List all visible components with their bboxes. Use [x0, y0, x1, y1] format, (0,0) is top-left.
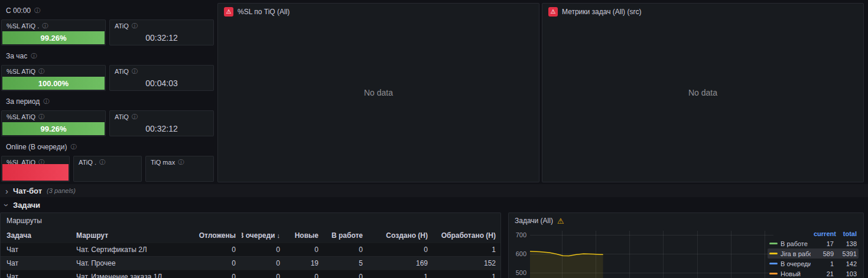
chevron-down-icon: ›	[2, 204, 11, 207]
legend-column-header[interactable]: total	[837, 230, 857, 237]
stat-panel-title: ATiQ	[115, 68, 129, 75]
panel-title: Метрики задач (All) (src)	[562, 8, 641, 16]
panel-header[interactable]: Маршруты	[1, 213, 500, 228]
column-header[interactable]: Создано (Н)	[369, 231, 434, 240]
column-header[interactable]: В очереди↓	[242, 231, 286, 240]
legend-current-value: 17	[814, 240, 834, 247]
stat-value	[2, 164, 69, 181]
table-cell: 1	[434, 246, 502, 254]
legend-current-value: 21	[814, 270, 834, 277]
stat-panel: ATiQⓘ00:32:12	[109, 110, 214, 136]
column-header[interactable]: Новые	[286, 231, 324, 240]
stat-panel-header[interactable]: ATiQ .ⓘ	[74, 156, 141, 166]
table-cell: Чат	[1, 259, 70, 267]
stat-row: %SL ATiQ .ⓘ99.26%ATiQⓘ00:32:12	[1, 19, 214, 45]
panel-task-metrics: ⚠ Метрики задач (All) (src) No data	[542, 3, 864, 182]
stat-panel-title: ATiQ	[115, 22, 129, 30]
alert-icon: ⚠	[224, 7, 233, 17]
table-header-row: ЗадачаМаршрутОтложеныВ очереди↓НовыеВ ра…	[1, 228, 500, 243]
series-area	[530, 251, 603, 278]
column-label: Маршрут	[76, 231, 108, 240]
stat-row: %SL ATiQⓘATiQ .ⓘTiQ maxⓘ	[1, 156, 214, 182]
legend-item[interactable]: В очереди1142	[768, 259, 859, 269]
stat-value: 100.00%	[2, 77, 105, 90]
column-header[interactable]: Маршрут	[70, 231, 191, 240]
stat-section-label: За период	[6, 97, 40, 106]
stat-panel-header[interactable]: ATiQⓘ	[110, 66, 213, 75]
info-icon[interactable]: ⓘ	[42, 23, 48, 29]
stat-panel-header[interactable]: %SL ATiQⓘ	[2, 66, 105, 75]
column-header[interactable]: Отложены	[191, 231, 242, 240]
stat-section-header: Online (В очереди)ⓘ	[1, 142, 216, 152]
stat-value	[74, 168, 141, 181]
panel-sl-tiq: ⚠ %SL по TiQ (All) No data	[217, 3, 539, 182]
table-cell: 0	[324, 246, 369, 254]
info-icon[interactable]: ⓘ	[132, 68, 138, 74]
stat-panel-header[interactable]: TiQ maxⓘ	[146, 156, 213, 166]
y-tick-label: 600	[512, 250, 526, 257]
legend-column-header[interactable]: current	[814, 230, 834, 237]
panel-header[interactable]: ⚠ Метрики задач (All) (src)	[542, 4, 863, 20]
legend-item[interactable]: Jira в работе5895391	[768, 248, 859, 259]
panel-title: Маршруты	[6, 217, 42, 225]
stat-panel: TiQ maxⓘ	[145, 156, 214, 182]
info-icon[interactable]: ⓘ	[38, 114, 44, 120]
legend-total-value: 5391	[837, 250, 857, 257]
table-cell: 169	[369, 259, 434, 267]
info-icon[interactable]: ⓘ	[70, 144, 76, 150]
y-tick-label: 700	[512, 231, 526, 238]
stat-panel: ATiQ .ⓘ	[73, 156, 142, 182]
table-row[interactable]: ЧатЧат. Изменение заказа 1Л000011	[1, 270, 500, 278]
info-icon[interactable]: ⓘ	[132, 23, 138, 29]
stat-panel-header[interactable]: %SL ATiQ .ⓘ	[2, 20, 105, 30]
table-cell: Чат	[1, 273, 70, 278]
legend-total-value: 138	[837, 240, 857, 247]
panel-title: Задачи (All)	[515, 217, 553, 225]
column-label: Обработано (Н)	[441, 231, 496, 240]
chart-plot[interactable]	[530, 231, 773, 278]
panel-header[interactable]: ⚠ %SL по TiQ (All)	[218, 4, 539, 20]
row-tasks[interactable]: › Задачи	[0, 199, 868, 211]
legend-item[interactable]: Новый21103	[768, 269, 859, 278]
series-color-icon	[769, 273, 778, 274]
info-icon[interactable]: ⓘ	[31, 53, 37, 59]
table-cell: 0	[286, 273, 324, 278]
table-cell: 1	[434, 273, 502, 278]
table-cell: Чат	[1, 246, 70, 254]
info-icon[interactable]: ⓘ	[178, 159, 184, 165]
table-row[interactable]: ЧатЧат. Сертификаты 2Л000001	[1, 243, 500, 256]
panel-header[interactable]: Задачи (All) ⚠	[509, 213, 863, 228]
info-icon[interactable]: ⓘ	[43, 99, 49, 104]
info-icon[interactable]: ⓘ	[38, 68, 44, 74]
column-header[interactable]: Обработано (Н)	[434, 231, 502, 240]
stat-panel-header[interactable]: ATiQⓘ	[110, 20, 213, 30]
table-cell: 1	[369, 273, 434, 278]
stat-panel: %SL ATiQⓘ99.26%	[1, 110, 106, 136]
series-color-icon	[769, 263, 778, 264]
table-row[interactable]: ЧатЧат. Прочее00195169152	[1, 256, 500, 270]
stat-panel-title: ATiQ	[115, 113, 129, 120]
y-tick-label: 500	[512, 269, 526, 276]
legend-total-value: 103	[837, 270, 857, 277]
legend-header-row: currenttotal	[768, 228, 859, 238]
routes-table: ЗадачаМаршрутОтложеныВ очереди↓НовыеВ ра…	[1, 228, 500, 278]
table-cell: 0	[242, 273, 286, 278]
stat-section-label: За час	[6, 52, 27, 60]
row-chatbot[interactable]: › Чат-бот (3 panels)	[0, 184, 868, 197]
column-header[interactable]: В работе	[324, 231, 369, 240]
row-label: Чат-бот	[13, 187, 42, 195]
info-icon[interactable]: ⓘ	[132, 114, 138, 120]
stat-row: %SL ATiQⓘ100.00%ATiQⓘ00:04:03	[1, 65, 214, 91]
column-label: Задача	[6, 231, 31, 240]
legend-item[interactable]: В работе17138	[768, 238, 859, 248]
column-header[interactable]: Задача	[1, 231, 70, 240]
stat-section-header: За часⓘ	[1, 51, 216, 61]
sort-desc-icon: ↓	[277, 232, 281, 239]
stat-panel-header[interactable]: %SL ATiQⓘ	[2, 111, 105, 120]
info-icon[interactable]: ⓘ	[34, 8, 40, 14]
info-icon[interactable]: ⓘ	[99, 159, 105, 165]
panel-routes-table: Маршруты ЗадачаМаршрутОтложеныВ очереди↓…	[0, 212, 501, 278]
stat-panel-header[interactable]: ATiQⓘ	[110, 111, 213, 120]
stat-section-header: За периодⓘ	[1, 96, 216, 107]
column-label: Отложены	[199, 231, 236, 240]
